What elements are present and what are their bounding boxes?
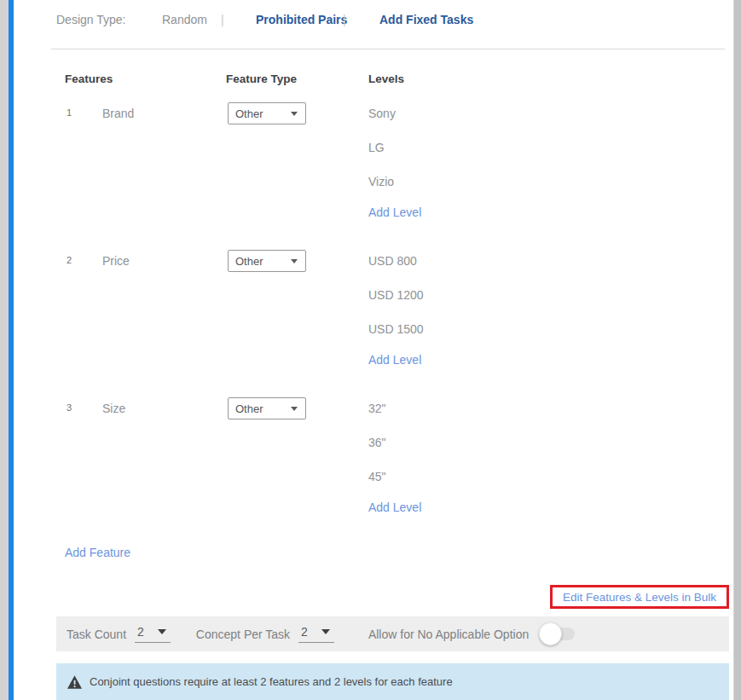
row-number: 1 [67, 107, 72, 118]
row-number: 3 [67, 402, 72, 413]
feature-type-select[interactable]: Other [228, 397, 306, 419]
task-count-label: Task Count [67, 628, 126, 641]
section-divider [51, 49, 725, 49]
add-level-link[interactable]: Add Level [368, 205, 421, 219]
level-value: 36" [368, 436, 386, 449]
add-level-link[interactable]: Add Level [368, 353, 421, 367]
toggle-knob [539, 622, 562, 645]
warning-text: Conjoint questions require at least 2 fe… [90, 675, 453, 688]
design-type-option-random[interactable]: Random [162, 13, 207, 26]
level-value: USD 800 [368, 254, 417, 268]
window-left-margin [0, 0, 9, 700]
add-feature-link[interactable]: Add Feature [65, 546, 130, 559]
feature-type-select[interactable]: Other [228, 250, 306, 272]
feature-type-selected-value: Other [235, 402, 263, 415]
feature-name: Brand [102, 107, 134, 120]
level-value: Sony [368, 107, 396, 120]
feature-type-selected-value: Other [235, 255, 263, 268]
column-header-levels: Levels [368, 72, 404, 85]
level-value: USD 1500 [368, 322, 424, 336]
column-header-features: Features [65, 72, 113, 85]
separator: | [221, 13, 224, 26]
task-settings-bar: Task Count 2 Concept Per Task 2 Allow fo… [56, 616, 729, 651]
row-number: 2 [67, 255, 72, 265]
concept-per-task-value: 2 [301, 625, 308, 639]
concept-per-task-select[interactable]: 2 [298, 625, 334, 643]
warning-banner: Conjoint questions require at least 2 fe… [56, 663, 729, 700]
caret-down-icon [321, 629, 330, 634]
chevron-down-icon [291, 407, 298, 411]
bulk-edit-highlight-box: Edit Features & Levels in Bulk [550, 585, 729, 609]
design-type-label: Design Type: [56, 13, 125, 26]
concept-per-task-label: Concept Per Task [196, 628, 290, 641]
panel-active-accent-bar [9, 0, 14, 700]
separator: | [343, 13, 346, 26]
warning-triangle-icon [67, 675, 82, 689]
tab-add-fixed-tasks[interactable]: Add Fixed Tasks [379, 13, 473, 26]
vertical-scrollbar[interactable] [733, 0, 741, 700]
chevron-down-icon [291, 112, 298, 116]
feature-type-select[interactable]: Other [228, 102, 306, 124]
level-value: Vizio [368, 175, 394, 188]
task-count-select[interactable]: 2 [135, 625, 171, 643]
level-value: 32" [368, 402, 386, 415]
feature-name: Price [102, 254, 130, 268]
feature-type-selected-value: Other [235, 107, 263, 120]
add-level-link[interactable]: Add Level [368, 500, 421, 514]
feature-name: Size [102, 402, 125, 415]
caret-down-icon [158, 629, 166, 634]
column-header-feature-type: Feature Type [226, 72, 297, 85]
level-value: USD 1200 [368, 288, 424, 302]
no-applicable-option-label: Allow for No Applicable Option [368, 628, 529, 641]
edit-features-levels-bulk-link[interactable]: Edit Features & Levels in Bulk [563, 591, 716, 604]
tab-prohibited-pairs[interactable]: Prohibited Pairs [256, 13, 347, 26]
no-applicable-option-toggle[interactable] [541, 628, 575, 640]
chevron-down-icon [291, 259, 298, 263]
task-count-value: 2 [137, 625, 144, 639]
level-value: LG [368, 141, 385, 154]
level-value: 45" [368, 470, 386, 483]
